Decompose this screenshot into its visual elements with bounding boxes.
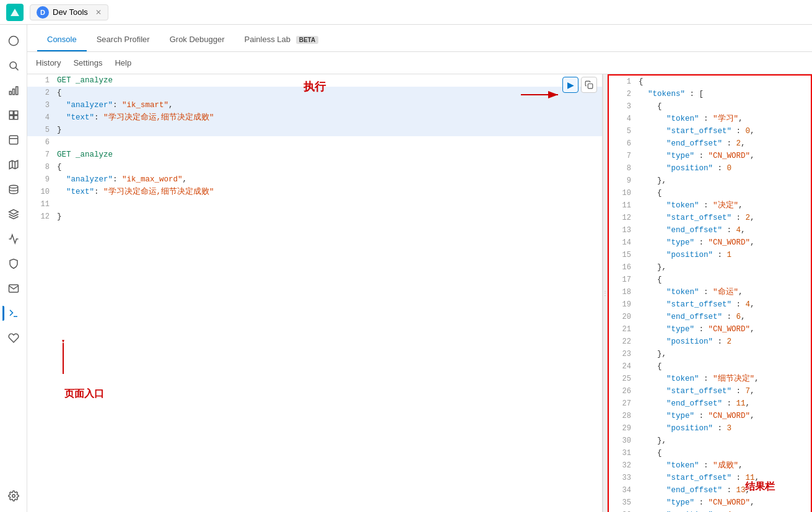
left-pane: 1 GET _analyze 2 { 3 "analyzer": "ik_sma… [27, 74, 603, 512]
sidebar-icon-dashboard[interactable] [2, 104, 25, 126]
out-line-31: 31 { [609, 447, 811, 459]
out-linenum-11: 11 [614, 199, 631, 212]
code-line-1: 1 GET _analyze [27, 74, 602, 87]
sidebar-icon-visualize[interactable] [2, 79, 25, 102]
out-line-32: 32 "token" : "成败", [609, 459, 811, 472]
out-line-7: 7 "type" : "CN_WORD", [609, 150, 811, 162]
out-linenum-4: 4 [614, 113, 631, 125]
out-linenum-25: 25 [614, 373, 631, 385]
tab-search-profiler[interactable]: Search Profiler [87, 28, 160, 51]
out-line-23: 23 }, [609, 348, 811, 360]
out-line-26: 26 "start_offset" : 7, [609, 385, 811, 397]
tab-console[interactable]: Console [37, 28, 87, 51]
sidebar-icon-monitoring[interactable] [2, 327, 25, 349]
out-linenum-36: 36 [614, 509, 631, 512]
line-num-8: 8 [32, 161, 50, 173]
code-editor[interactable]: 1 GET _analyze 2 { 3 "analyzer": "ik_sma… [27, 74, 602, 512]
tab-painless-lab[interactable]: Painless Lab BETA [235, 28, 329, 51]
toolbar-settings[interactable]: Settings [72, 56, 103, 70]
toolbar: History Settings Help [27, 52, 812, 74]
line-num-4: 4 [32, 111, 50, 124]
right-pane: 1 { 2 "tokens" : [ 3 { 4 [608, 74, 812, 512]
out-linenum-1: 1 [614, 76, 631, 88]
out-line-29: 29 "position" : 3 [609, 422, 811, 435]
beta-badge: BETA [296, 36, 318, 44]
toolbar-history[interactable]: History [35, 56, 62, 70]
out-line-2: 2 "tokens" : [ [609, 88, 811, 100]
sidebar-icon-discover[interactable] [2, 54, 25, 77]
out-linenum-2: 2 [614, 88, 631, 100]
app-logo [6, 4, 24, 21]
out-linenum-8: 8 [614, 162, 631, 175]
code-line-3: 3 "analyzer": "ik_smart", [27, 99, 602, 111]
out-line-9: 9 }, [609, 175, 811, 187]
out-line-36: 36 "position" : 4 [609, 509, 811, 512]
out-linenum-14: 14 [614, 236, 631, 249]
out-linenum-22: 22 [614, 336, 631, 348]
out-line-24: 24 { [609, 360, 811, 373]
out-line-1: 1 { [609, 76, 811, 88]
out-linenum-29: 29 [614, 422, 631, 435]
out-line-8: 8 "position" : 0 [609, 162, 811, 175]
line-num-3: 3 [32, 99, 50, 111]
sidebar-icon-apm[interactable] [2, 253, 25, 275]
out-line-27: 27 "end_offset" : 11, [609, 397, 811, 410]
svg-marker-14 [9, 160, 18, 169]
sidebar-icon-uptime[interactable] [2, 228, 25, 250]
out-linenum-16: 16 [614, 261, 631, 274]
out-linenum-33: 33 [614, 472, 631, 484]
out-linenum-32: 32 [614, 459, 631, 472]
out-line-10: 10 { [609, 187, 811, 199]
out-line-14: 14 "type" : "CN_WORD", [609, 236, 811, 249]
close-tab-icon[interactable]: ✕ [95, 8, 102, 17]
line-num-10: 10 [32, 186, 50, 198]
sidebar-icon-home[interactable] [2, 30, 25, 52]
output-editor[interactable]: 1 { 2 "tokens" : [ 3 { 4 [608, 74, 812, 512]
copy-as-curl-button[interactable] [581, 77, 597, 93]
out-line-16: 16 }, [609, 261, 811, 274]
svg-rect-7 [15, 87, 17, 95]
out-linenum-19: 19 [614, 298, 631, 311]
sidebar-icon-stack-management[interactable] [2, 178, 25, 201]
out-line-15: 15 "position" : 1 [609, 249, 811, 261]
out-line-12: 12 "start_offset" : 2, [609, 212, 811, 224]
tab-grok-debugger[interactable]: Grok Debugger [160, 28, 235, 51]
out-line-35: 35 "type" : "CN_WORD", [609, 497, 811, 509]
out-line-17: 17 { [609, 274, 811, 286]
out-linenum-20: 20 [614, 311, 631, 323]
svg-point-3 [10, 62, 17, 69]
out-linenum-15: 15 [614, 249, 631, 261]
sidebar [0, 25, 27, 512]
out-line-25: 25 "token" : "细节决定", [609, 373, 811, 385]
code-line-9: 9 "analyzer": "ik_max_word", [27, 173, 602, 186]
resize-handle[interactable]: ⋮ [603, 74, 608, 512]
line-num-1: 1 [32, 74, 50, 87]
line-num-6: 6 [32, 136, 50, 149]
top-bar: D Dev Tools ✕ [0, 0, 812, 25]
out-linenum-26: 26 [614, 385, 631, 397]
out-line-34: 34 "end_offset" : 13, [609, 484, 811, 497]
code-line-2: 2 { [27, 87, 602, 99]
out-line-21: 21 "type" : "CN_WORD", [609, 323, 811, 336]
out-line-19: 19 "start_offset" : 4, [609, 298, 811, 311]
sidebar-icon-logs[interactable] [2, 277, 25, 300]
sidebar-icon-devtools[interactable] [2, 302, 25, 324]
run-request-button[interactable]: ▶ [562, 77, 578, 93]
svg-rect-5 [9, 92, 11, 95]
svg-rect-6 [12, 89, 14, 95]
svg-line-4 [15, 67, 18, 70]
out-linenum-34: 34 [614, 484, 631, 497]
toolbar-help[interactable]: Help [113, 56, 133, 70]
sidebar-icon-ml[interactable] [2, 203, 25, 225]
sidebar-icon-maps[interactable] [2, 154, 25, 176]
editor-area: 1 GET _analyze 2 { 3 "analyzer": "ik_sma… [27, 74, 812, 512]
code-line-4: 4 "text": "学习决定命运,细节决定成败" [27, 111, 602, 124]
sidebar-icon-canvas[interactable] [2, 129, 25, 151]
out-linenum-5: 5 [614, 125, 631, 137]
tab-bar: Console Search Profiler Grok Debugger Pa… [27, 25, 812, 52]
code-line-11: 11 [27, 198, 602, 210]
svg-point-17 [9, 185, 18, 188]
sidebar-icon-settings[interactable] [2, 485, 25, 507]
svg-point-2 [9, 37, 18, 46]
dev-tools-tab[interactable]: D Dev Tools ✕ [30, 4, 108, 20]
